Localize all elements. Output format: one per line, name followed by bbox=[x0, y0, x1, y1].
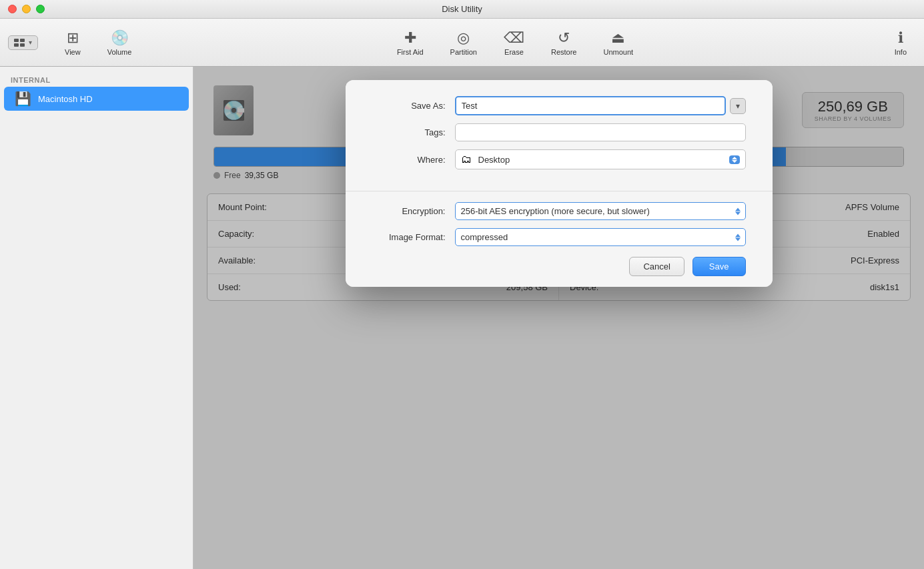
chevron-down-icon: ▾ bbox=[29, 39, 32, 46]
toolbar-first-aid[interactable]: ✚ First Aid bbox=[388, 27, 433, 59]
where-label: Where: bbox=[372, 155, 446, 165]
saveas-input[interactable] bbox=[455, 96, 726, 115]
tags-label: Tags: bbox=[372, 127, 446, 137]
first-aid-icon: ✚ bbox=[404, 29, 416, 47]
view-toggle-button[interactable]: ▾ bbox=[8, 35, 38, 50]
sidebar-section-internal: Internal bbox=[0, 73, 193, 87]
erase-label: Erase bbox=[504, 48, 524, 56]
restore-label: Restore bbox=[551, 48, 577, 56]
window-title: Disk Utility bbox=[442, 4, 482, 14]
first-aid-label: First Aid bbox=[397, 48, 424, 56]
toolbar-erase[interactable]: ⌫ Erase bbox=[494, 27, 534, 59]
toolbar-partition[interactable]: ◎ Partition bbox=[441, 27, 486, 59]
tags-input[interactable] bbox=[455, 123, 746, 141]
content-area: 💽 250,69 GB SHARED BY 4 VOLUMES Free 39,… bbox=[193, 67, 924, 569]
toolbar: ▾ ⊞ View 💿 Volume ✚ First Aid ◎ Partitio… bbox=[0, 19, 924, 67]
encryption-select[interactable]: 256-bit AES encryption (more secure, but… bbox=[455, 202, 746, 220]
view-icon bbox=[14, 39, 25, 47]
dialog-actions: Cancel Save bbox=[372, 257, 746, 276]
cancel-button[interactable]: Cancel bbox=[629, 257, 684, 276]
save-button[interactable]: Save bbox=[692, 257, 746, 276]
window-controls bbox=[8, 5, 45, 13]
saveas-dropdown-button[interactable]: ▾ bbox=[730, 98, 746, 114]
where-select[interactable]: Desktop Documents Downloads bbox=[478, 155, 725, 165]
maximize-button[interactable] bbox=[36, 5, 45, 13]
dialog-top-section: Save As: ▾ Tags: Where: bbox=[346, 80, 773, 191]
sidebar: Internal 💾 Macintosh HD bbox=[0, 67, 193, 569]
info-icon: ℹ bbox=[898, 29, 903, 47]
sidebar-item-macintosh-hd[interactable]: 💾 Macintosh HD bbox=[4, 87, 189, 111]
view-toolbar-label: View bbox=[65, 48, 81, 56]
sidebar-item-label: Macintosh HD bbox=[38, 94, 93, 104]
dialog-row-saveas: Save As: ▾ bbox=[372, 96, 746, 115]
unmount-label: Unmount bbox=[604, 48, 634, 56]
encryption-label: Encryption: bbox=[372, 206, 446, 216]
imageformat-select[interactable]: compressed DVD/CD master read/write read… bbox=[455, 228, 746, 246]
dialog-row-encryption: Encryption: 256-bit AES encryption (more… bbox=[372, 202, 746, 220]
modal-backdrop: Save As: ▾ Tags: Where: bbox=[193, 67, 924, 569]
folder-icon: 🗂 bbox=[461, 153, 472, 165]
volume-toolbar-icon: 💿 bbox=[111, 29, 129, 47]
toolbar-info[interactable]: ℹ Info bbox=[885, 27, 916, 59]
saveas-label: Save As: bbox=[372, 101, 446, 111]
toolbar-view-item[interactable]: ⊞ View bbox=[55, 27, 90, 59]
down-arrow-icon bbox=[732, 160, 737, 163]
minimize-button[interactable] bbox=[22, 5, 31, 13]
where-wrap: 🗂 Desktop Documents Downloads bbox=[455, 149, 746, 169]
titlebar: Disk Utility bbox=[0, 0, 924, 19]
where-arrows-icon bbox=[729, 155, 740, 164]
disk-icon: 💾 bbox=[15, 91, 31, 107]
partition-label: Partition bbox=[450, 48, 477, 56]
up-arrow-icon bbox=[732, 157, 737, 159]
dialog-row-imageformat: Image Format: compressed DVD/CD master r… bbox=[372, 228, 746, 246]
saveas-input-wrap: ▾ bbox=[455, 96, 746, 115]
partition-icon: ◎ bbox=[457, 29, 470, 47]
toolbar-volume-item[interactable]: 💿 Volume bbox=[98, 27, 141, 59]
close-button[interactable] bbox=[8, 5, 17, 13]
info-label: Info bbox=[895, 48, 907, 56]
imageformat-label: Image Format: bbox=[372, 232, 446, 242]
dialog-row-tags: Tags: bbox=[372, 123, 746, 141]
toolbar-unmount[interactable]: ⏏ Unmount bbox=[594, 27, 643, 59]
encryption-select-wrap: 256-bit AES encryption (more secure, but… bbox=[455, 202, 746, 220]
volume-toolbar-label: Volume bbox=[107, 48, 132, 56]
imageformat-select-wrap: compressed DVD/CD master read/write read… bbox=[455, 228, 746, 246]
toolbar-restore[interactable]: ↺ Restore bbox=[542, 27, 586, 59]
main-layout: Internal 💾 Macintosh HD 💽 250,69 GB SHAR… bbox=[0, 67, 924, 569]
save-dialog: Save As: ▾ Tags: Where: bbox=[346, 80, 773, 287]
restore-icon: ↺ bbox=[558, 29, 570, 47]
view-toolbar-icon: ⊞ bbox=[67, 29, 79, 47]
dialog-row-where: Where: 🗂 Desktop Documents Downloads bbox=[372, 149, 746, 169]
erase-icon: ⌫ bbox=[504, 29, 524, 47]
dialog-bottom-section: Encryption: 256-bit AES encryption (more… bbox=[346, 191, 773, 287]
unmount-icon: ⏏ bbox=[611, 29, 625, 47]
